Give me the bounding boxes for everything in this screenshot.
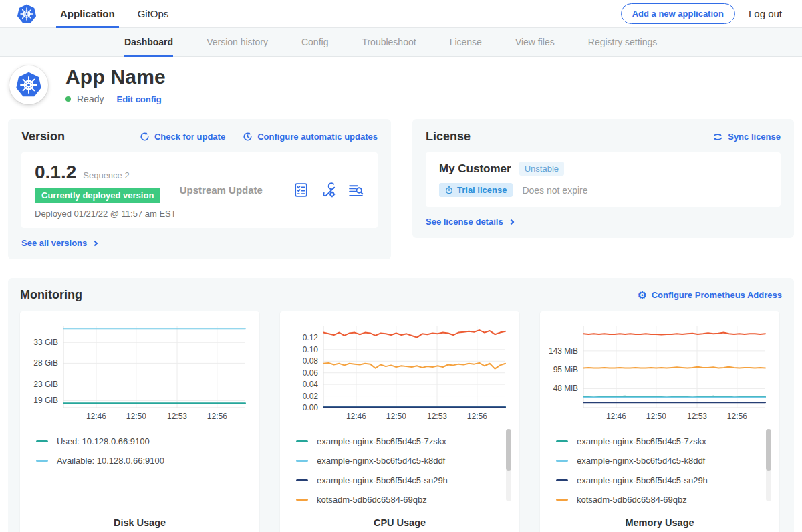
preflight-checks-icon[interactable] (293, 182, 309, 198)
refresh-icon (140, 132, 150, 142)
topnav-tab-application[interactable]: Application (59, 0, 116, 27)
svg-text:12:50: 12:50 (126, 412, 146, 421)
svg-text:12:50: 12:50 (386, 412, 406, 421)
license-card-title: License (426, 130, 471, 144)
legend-item: Used: 10.128.0.66:9100 (36, 432, 242, 451)
gear-icon: ⚙ (638, 290, 646, 300)
svg-text:12:53: 12:53 (167, 412, 187, 421)
page-title: App Name (65, 65, 166, 88)
cpu-usage-chart: 0.000.020.040.060.080.100.1212:4612:5012… (286, 319, 513, 424)
license-type-badge: Trial license (439, 183, 513, 197)
svg-text:95 MiB: 95 MiB (553, 365, 578, 374)
legend-item: kotsadm-5db6dc6584-69qbz (556, 490, 762, 509)
version-sequence: Sequence 2 (83, 170, 129, 180)
chart-card-cpu-usage: 0.000.020.040.060.080.100.1212:4612:5012… (280, 311, 519, 532)
tab-license[interactable]: License (450, 28, 482, 56)
memory-usage-chart: 48 MiB95 MiB143 MiB12:4612:5012:5312:56 (546, 319, 773, 424)
deployed-version-badge: Currently deployed version (35, 188, 160, 203)
svg-text:0.08: 0.08 (303, 356, 319, 366)
legend-color-dash (296, 460, 308, 462)
sync-license-link[interactable]: Sync license (712, 132, 781, 142)
customer-name: My Customer (439, 162, 511, 176)
configure-automatic-updates-link[interactable]: Configure automatic updates (243, 132, 378, 142)
version-source: Upstream Update (180, 184, 263, 196)
edit-config-link[interactable]: Edit config (116, 94, 161, 104)
svg-text:48 MiB: 48 MiB (553, 384, 578, 393)
check-for-update-link[interactable]: Check for update (140, 132, 225, 142)
kubernetes-app-icon (15, 72, 42, 98)
legend-scrollbar-thumb[interactable] (506, 429, 511, 471)
chart-card-disk-usage: 19 GiB23 GiB28 GiB33 GiB12:4612:5012:531… (20, 311, 259, 532)
svg-text:33 GiB: 33 GiB (33, 338, 58, 347)
legend-scrollbar-track[interactable] (766, 429, 771, 501)
legend-label: kotsadm-5db6dc6584-69qbz (577, 495, 687, 505)
legend-scrollbar-track[interactable] (506, 429, 511, 501)
svg-text:0.10: 0.10 (303, 345, 319, 354)
svg-text:23 GiB: 23 GiB (33, 380, 58, 389)
legend-label: Used: 10.128.0.66:9100 (57, 436, 150, 446)
legend-label: example-nginx-5bc6f5d4c5-k8ddf (317, 456, 445, 466)
legend-item: example-nginx-5bc6f5d4c5-7zskx (296, 432, 502, 451)
version-number: 0.1.2 (35, 162, 76, 183)
svg-text:28 GiB: 28 GiB (33, 358, 58, 368)
legend-color-dash (36, 460, 48, 462)
status-text: Ready (77, 94, 104, 104)
divider (110, 94, 110, 104)
tab-troubleshoot[interactable]: Troubleshoot (362, 28, 416, 56)
top-nav-tabs: Application GitOps (59, 0, 170, 27)
legend-item: Available: 10.128.0.66:9100 (36, 451, 242, 471)
svg-text:12:46: 12:46 (606, 412, 626, 421)
svg-text:12:53: 12:53 (687, 412, 707, 421)
app-avatar (9, 65, 48, 104)
top-nav: Application GitOps Add a new application… (0, 0, 802, 28)
legend-label: Available: 10.128.0.66:9100 (57, 456, 164, 466)
legend-color-dash (296, 440, 308, 442)
tab-view-files[interactable]: View files (515, 28, 555, 56)
configure-prometheus-link[interactable]: ⚙ Configure Prometheus Address (638, 290, 782, 300)
monitoring-title: Monitoring (20, 288, 82, 302)
chart-legend: example-nginx-5bc6f5d4c5-7zskxexample-ng… (540, 424, 779, 509)
topnav-tab-gitops[interactable]: GitOps (136, 0, 170, 27)
svg-text:0.00: 0.00 (303, 403, 319, 412)
legend-color-dash (296, 479, 308, 481)
chart-legend: example-nginx-5bc6f5d4c5-7zskxexample-ng… (280, 424, 519, 509)
legend-color-dash (556, 499, 568, 501)
view-logs-icon[interactable] (348, 182, 364, 198)
auto-update-clock-icon (243, 132, 253, 142)
see-license-details-link[interactable]: See license details (426, 217, 513, 227)
svg-text:0.12: 0.12 (303, 333, 319, 342)
tab-registry-settings[interactable]: Registry settings (588, 28, 657, 56)
tab-dashboard[interactable]: Dashboard (124, 28, 173, 56)
kubernetes-logo-icon (17, 4, 37, 24)
sync-arrows-icon (712, 132, 723, 142)
svg-text:143 MiB: 143 MiB (549, 346, 578, 356)
legend-color-dash (36, 440, 48, 442)
legend-item: example-nginx-5bc6f5d4c5-sn29h (296, 471, 502, 490)
deployed-timestamp: Deployed 01/21/22 @ 11:57 am EST (35, 209, 176, 219)
config-wrench-icon[interactable] (320, 182, 337, 198)
tab-version-history[interactable]: Version history (207, 28, 268, 56)
logout-button[interactable]: Log out (749, 8, 782, 19)
svg-text:12:56: 12:56 (467, 412, 487, 421)
legend-color-dash (556, 460, 568, 462)
legend-label: example-nginx-5bc6f5d4c5-7zskx (317, 436, 446, 446)
chevron-right-icon (508, 219, 513, 224)
legend-label: example-nginx-5bc6f5d4c5-7zskx (577, 436, 706, 446)
chart-legend: Used: 10.128.0.66:9100Available: 10.128.… (20, 424, 259, 509)
legend-label: kotsadm-5db6dc6584-69qbz (317, 495, 427, 505)
license-card: License Sync license My Customer Unstabl… (412, 119, 794, 238)
chart-title: CPU Usage (280, 517, 519, 528)
svg-text:12:46: 12:46 (346, 412, 366, 421)
add-application-button[interactable]: Add a new application (621, 3, 735, 24)
see-all-versions-link[interactable]: See all versions (21, 238, 97, 248)
channel-badge: Unstable (519, 162, 564, 176)
tab-config[interactable]: Config (301, 28, 328, 56)
chevron-right-icon (92, 240, 98, 245)
svg-text:12:56: 12:56 (207, 412, 227, 421)
stopwatch-icon (445, 186, 453, 194)
svg-text:0.06: 0.06 (303, 368, 319, 378)
version-card: Version Check for update Configure au (8, 119, 391, 259)
svg-text:12:53: 12:53 (427, 412, 447, 421)
legend-scrollbar-thumb[interactable] (766, 429, 771, 471)
status-dot (65, 96, 71, 102)
